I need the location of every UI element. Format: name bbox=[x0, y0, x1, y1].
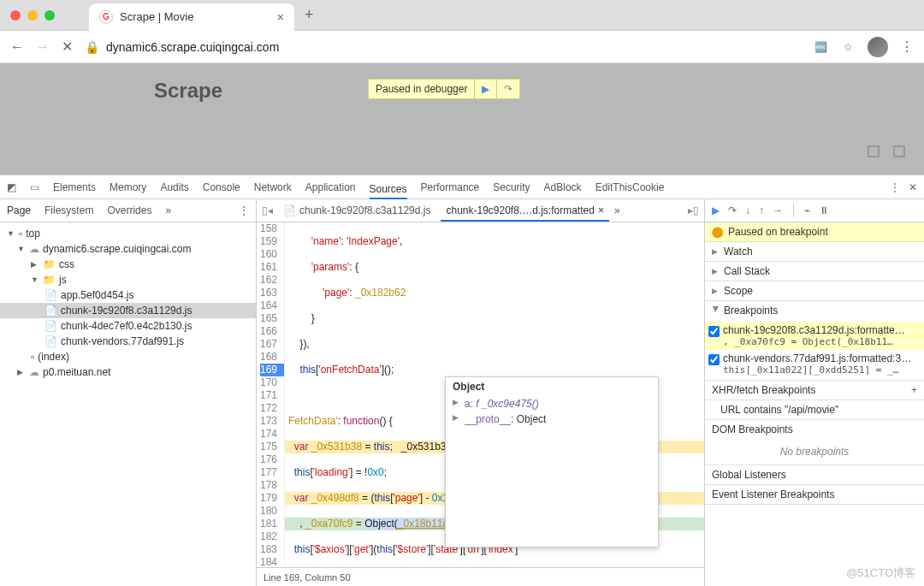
breakpoint-item[interactable]: chunk-19c920f8.c3a1129d.js:formatte… , _… bbox=[705, 322, 924, 350]
tree-domain[interactable]: ▼☁ dynamic6.scrape.cuiqingcai.com bbox=[0, 241, 256, 257]
back-button[interactable]: ← bbox=[10, 39, 24, 55]
forward-button[interactable]: → bbox=[36, 39, 50, 55]
section-scope[interactable]: ▶Scope bbox=[705, 281, 924, 300]
tab-audits[interactable]: Audits bbox=[160, 178, 188, 197]
resume-button-icon[interactable]: ▶ bbox=[474, 80, 496, 98]
navigator-tab-filesystem[interactable]: Filesystem bbox=[44, 204, 93, 216]
tree-top[interactable]: ▼▫ top bbox=[0, 226, 256, 241]
devtools-more-icon[interactable]: ⋮ bbox=[890, 181, 900, 193]
navigator-more-icon[interactable]: » bbox=[165, 204, 171, 216]
navigator-tabs: Page Filesystem Overrides » ⋮ bbox=[0, 199, 256, 222]
tree-file-selected[interactable]: 📄 chunk-19c920f8.c3a1129d.js bbox=[0, 303, 256, 318]
new-tab-button[interactable]: + bbox=[305, 6, 314, 24]
section-callstack[interactable]: ▶Call Stack bbox=[705, 262, 924, 281]
tab-performance[interactable]: Performance bbox=[421, 178, 480, 197]
cursor-position: Line 169, Column 50 bbox=[264, 572, 351, 583]
tree-folder-css[interactable]: ▶📁 css bbox=[0, 257, 256, 272]
tab-sources[interactable]: Sources bbox=[370, 180, 407, 199]
section-xhr-breakpoints[interactable]: XHR/fetch Breakpoints+ bbox=[705, 381, 924, 400]
tab-memory[interactable]: Memory bbox=[110, 178, 146, 197]
step-icon[interactable]: → bbox=[773, 204, 783, 216]
tab-security[interactable]: Security bbox=[493, 178, 530, 197]
devtools-tabs: ◩ ▭ Elements Memory Audits Console Netwo… bbox=[0, 175, 924, 199]
debugger-controls: ▶ ↷ ↓ ↑ → ⌁ ⏸ bbox=[705, 199, 924, 222]
page-logo: Scrape bbox=[154, 79, 222, 103]
debugger-panel: ▶ ↷ ↓ ↑ → ⌁ ⏸ ⬤ Paused on breakpoint ▶Wa… bbox=[705, 199, 924, 586]
add-xhr-breakpoint-icon[interactable]: + bbox=[911, 384, 917, 396]
show-navigator-icon[interactable]: ▯◂ bbox=[262, 204, 273, 216]
paused-label: Paused in debugger bbox=[369, 80, 474, 98]
lock-icon: 🔒 bbox=[85, 40, 99, 54]
show-debugger-icon[interactable]: ▸▯ bbox=[688, 204, 699, 216]
maximize-window-button[interactable] bbox=[44, 10, 55, 21]
file-icon: 📄 bbox=[44, 320, 57, 332]
editor-file-tab[interactable]: 📄 chunk-19c920f8.c3a1129d.js bbox=[278, 204, 435, 216]
placeholder-box bbox=[868, 145, 880, 157]
favicon-icon: G bbox=[99, 10, 113, 24]
bookmark-star-icon[interactable]: ☆ bbox=[840, 39, 856, 55]
code-editor[interactable]: 1581591601611621631641651661671681691701… bbox=[257, 222, 704, 567]
inspect-icon[interactable]: ◩ bbox=[7, 181, 16, 193]
tab-network[interactable]: Network bbox=[254, 178, 292, 197]
tooltip-title: Object bbox=[446, 377, 658, 396]
stop-button[interactable]: ✕ bbox=[62, 38, 73, 55]
tab-editthiscookie[interactable]: EditThisCookie bbox=[595, 178, 665, 197]
section-url-contains[interactable]: URL contains "/api/movie" bbox=[705, 400, 924, 419]
section-dom-breakpoints[interactable]: DOM Breakpoints bbox=[705, 420, 924, 439]
step-over-icon[interactable]: ↷ bbox=[728, 204, 737, 216]
placeholder-box bbox=[893, 145, 905, 157]
no-breakpoints-label: No breakpoints bbox=[705, 439, 924, 465]
tree-file[interactable]: 📄 chunk-4dec7ef0.e4c2b130.js bbox=[0, 318, 256, 334]
breakpoint-checkbox[interactable] bbox=[708, 326, 720, 337]
minimize-window-button[interactable] bbox=[27, 10, 38, 21]
object-tooltip[interactable]: Object ▶a: f _0xc9e475() ▶__proto__: Obj… bbox=[445, 376, 659, 548]
navigator-menu-icon[interactable]: ⋮ bbox=[239, 204, 249, 216]
tab-console[interactable]: Console bbox=[203, 178, 240, 197]
breakpoint-checkbox[interactable] bbox=[708, 354, 720, 365]
section-global-listeners[interactable]: Global Listeners bbox=[705, 465, 924, 484]
device-icon[interactable]: ▭ bbox=[30, 181, 39, 193]
address-bar[interactable]: 🔒 dynamic6.scrape.cuiqingcai.com bbox=[85, 40, 801, 54]
browser-menu-icon[interactable]: ⋮ bbox=[900, 38, 914, 55]
editor-file-tab-active[interactable]: chunk-19c920f8.…d.js:formatted × bbox=[441, 204, 608, 222]
navigator-tab-overrides[interactable]: Overrides bbox=[107, 204, 151, 216]
resume-icon[interactable]: ▶ bbox=[712, 204, 720, 216]
section-watch[interactable]: ▶Watch bbox=[705, 242, 924, 261]
browser-tab[interactable]: G Scrape | Movie × bbox=[89, 3, 294, 31]
tree-file[interactable]: 📄 app.5ef0d454.js bbox=[0, 287, 256, 303]
devtools-close-icon[interactable]: ✕ bbox=[909, 181, 917, 193]
tree-folder-js[interactable]: ▼📁 js bbox=[0, 272, 256, 287]
tab-adblock[interactable]: AdBlock bbox=[544, 178, 582, 197]
cloud-icon: ☁ bbox=[29, 243, 39, 255]
step-over-icon[interactable]: ↷ bbox=[496, 80, 519, 98]
pause-on-exceptions-icon[interactable]: ⏸ bbox=[819, 204, 829, 216]
tree-index[interactable]: ▫ (index) bbox=[0, 349, 256, 364]
close-tab-icon[interactable]: × bbox=[277, 10, 284, 24]
tab-application[interactable]: Application bbox=[305, 178, 356, 197]
section-breakpoints[interactable]: ▶Breakpoints bbox=[705, 301, 924, 320]
gutter[interactable]: 1581591601611621631641651661671681691701… bbox=[257, 222, 285, 567]
breakpoint-item[interactable]: chunk-vendors.77daf991.js:formatted:3… t… bbox=[705, 350, 924, 378]
deactivate-breakpoints-icon[interactable]: ⌁ bbox=[804, 204, 810, 216]
step-out-icon[interactable]: ↑ bbox=[759, 204, 764, 216]
sources-left-panel: Page Filesystem Overrides » ⋮ ▼▫ top ▼☁ … bbox=[0, 199, 257, 586]
watermark: @51CTO博客 bbox=[846, 565, 915, 581]
tree-file[interactable]: 📄 chunk-vendors.77daf991.js bbox=[0, 334, 256, 349]
close-icon[interactable]: × bbox=[598, 204, 604, 216]
translate-icon[interactable]: 🔤 bbox=[813, 39, 828, 55]
browser-toolbar: ← → ✕ 🔒 dynamic6.scrape.cuiqingcai.com 🔤… bbox=[0, 31, 924, 63]
editor-status-bar: Line 169, Column 50 bbox=[257, 567, 704, 586]
paused-in-debugger-pill: Paused in debugger ▶ ↷ bbox=[368, 79, 520, 99]
warning-icon: ⬤ bbox=[712, 226, 723, 238]
step-into-icon[interactable]: ↓ bbox=[745, 204, 750, 216]
file-icon: 📄 bbox=[44, 335, 57, 347]
page-icon: ▫ bbox=[31, 351, 34, 363]
navigator-tab-page[interactable]: Page bbox=[7, 204, 31, 216]
close-window-button[interactable] bbox=[10, 10, 21, 21]
profile-avatar[interactable] bbox=[868, 37, 888, 57]
section-event-listener-breakpoints[interactable]: Event Listener Breakpoints bbox=[705, 485, 924, 504]
tree-domain[interactable]: ▶☁ p0.meituan.net bbox=[0, 364, 256, 380]
traffic-lights bbox=[10, 10, 55, 21]
more-tabs-icon[interactable]: » bbox=[614, 204, 620, 216]
tab-elements[interactable]: Elements bbox=[53, 178, 96, 197]
